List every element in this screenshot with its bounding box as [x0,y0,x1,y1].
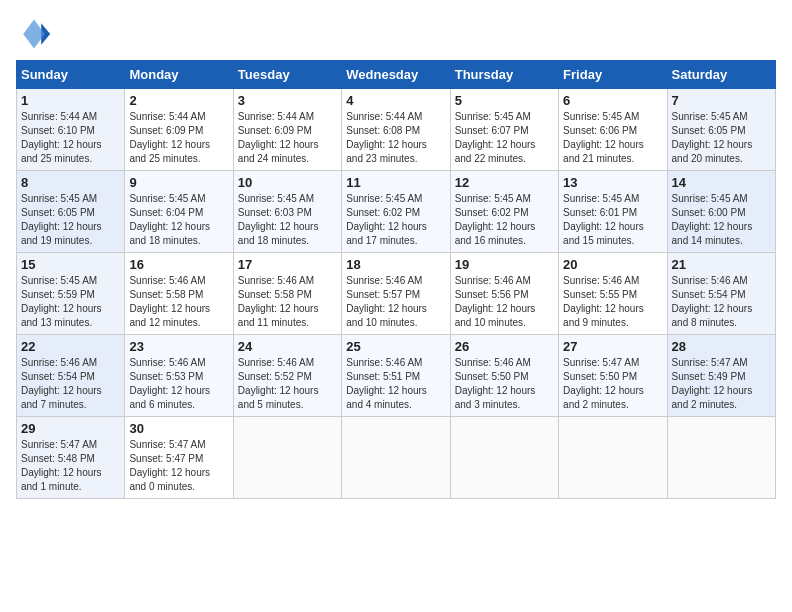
header-tuesday: Tuesday [233,61,341,89]
day-number: 23 [129,339,228,354]
day-number: 14 [672,175,771,190]
day-number: 12 [455,175,554,190]
logo [16,16,56,52]
calendar-cell: 26Sunrise: 5:46 AM Sunset: 5:50 PM Dayli… [450,335,558,417]
calendar-cell: 6Sunrise: 5:45 AM Sunset: 6:06 PM Daylig… [559,89,667,171]
calendar-cell: 27Sunrise: 5:47 AM Sunset: 5:50 PM Dayli… [559,335,667,417]
calendar-table: SundayMondayTuesdayWednesdayThursdayFrid… [16,60,776,499]
day-number: 2 [129,93,228,108]
day-number: 22 [21,339,120,354]
day-number: 15 [21,257,120,272]
calendar-cell: 15Sunrise: 5:45 AM Sunset: 5:59 PM Dayli… [17,253,125,335]
calendar-cell: 7Sunrise: 5:45 AM Sunset: 6:05 PM Daylig… [667,89,775,171]
week-row-1: 1Sunrise: 5:44 AM Sunset: 6:10 PM Daylig… [17,89,776,171]
day-number: 9 [129,175,228,190]
day-number: 26 [455,339,554,354]
calendar-cell: 19Sunrise: 5:46 AM Sunset: 5:56 PM Dayli… [450,253,558,335]
day-number: 21 [672,257,771,272]
calendar-cell: 25Sunrise: 5:46 AM Sunset: 5:51 PM Dayli… [342,335,450,417]
day-detail: Sunrise: 5:47 AM Sunset: 5:48 PM Dayligh… [21,438,120,494]
day-number: 19 [455,257,554,272]
calendar-cell: 4Sunrise: 5:44 AM Sunset: 6:08 PM Daylig… [342,89,450,171]
week-row-4: 22Sunrise: 5:46 AM Sunset: 5:54 PM Dayli… [17,335,776,417]
day-number: 3 [238,93,337,108]
day-number: 29 [21,421,120,436]
week-row-2: 8Sunrise: 5:45 AM Sunset: 6:05 PM Daylig… [17,171,776,253]
day-detail: Sunrise: 5:44 AM Sunset: 6:09 PM Dayligh… [238,110,337,166]
calendar-cell: 22Sunrise: 5:46 AM Sunset: 5:54 PM Dayli… [17,335,125,417]
day-number: 13 [563,175,662,190]
day-number: 4 [346,93,445,108]
day-detail: Sunrise: 5:46 AM Sunset: 5:51 PM Dayligh… [346,356,445,412]
header-row: SundayMondayTuesdayWednesdayThursdayFrid… [17,61,776,89]
day-number: 7 [672,93,771,108]
header-thursday: Thursday [450,61,558,89]
calendar-cell: 29Sunrise: 5:47 AM Sunset: 5:48 PM Dayli… [17,417,125,499]
calendar-cell: 3Sunrise: 5:44 AM Sunset: 6:09 PM Daylig… [233,89,341,171]
calendar-cell [233,417,341,499]
calendar-body: 1Sunrise: 5:44 AM Sunset: 6:10 PM Daylig… [17,89,776,499]
calendar-cell: 12Sunrise: 5:45 AM Sunset: 6:02 PM Dayli… [450,171,558,253]
day-detail: Sunrise: 5:45 AM Sunset: 6:06 PM Dayligh… [563,110,662,166]
header-saturday: Saturday [667,61,775,89]
day-number: 8 [21,175,120,190]
calendar-cell: 24Sunrise: 5:46 AM Sunset: 5:52 PM Dayli… [233,335,341,417]
logo-icon [16,16,52,52]
calendar-cell: 16Sunrise: 5:46 AM Sunset: 5:58 PM Dayli… [125,253,233,335]
day-detail: Sunrise: 5:44 AM Sunset: 6:10 PM Dayligh… [21,110,120,166]
day-number: 11 [346,175,445,190]
calendar-cell: 8Sunrise: 5:45 AM Sunset: 6:05 PM Daylig… [17,171,125,253]
calendar-cell [450,417,558,499]
day-number: 17 [238,257,337,272]
day-detail: Sunrise: 5:44 AM Sunset: 6:08 PM Dayligh… [346,110,445,166]
calendar-cell: 5Sunrise: 5:45 AM Sunset: 6:07 PM Daylig… [450,89,558,171]
calendar-cell: 13Sunrise: 5:45 AM Sunset: 6:01 PM Dayli… [559,171,667,253]
day-detail: Sunrise: 5:45 AM Sunset: 6:02 PM Dayligh… [346,192,445,248]
day-number: 5 [455,93,554,108]
day-number: 27 [563,339,662,354]
day-detail: Sunrise: 5:45 AM Sunset: 6:02 PM Dayligh… [455,192,554,248]
day-detail: Sunrise: 5:47 AM Sunset: 5:49 PM Dayligh… [672,356,771,412]
page-header [16,16,776,52]
calendar-cell [667,417,775,499]
calendar-cell: 2Sunrise: 5:44 AM Sunset: 6:09 PM Daylig… [125,89,233,171]
calendar-cell: 11Sunrise: 5:45 AM Sunset: 6:02 PM Dayli… [342,171,450,253]
week-row-5: 29Sunrise: 5:47 AM Sunset: 5:48 PM Dayli… [17,417,776,499]
calendar-cell: 23Sunrise: 5:46 AM Sunset: 5:53 PM Dayli… [125,335,233,417]
day-detail: Sunrise: 5:46 AM Sunset: 5:58 PM Dayligh… [129,274,228,330]
calendar-cell: 20Sunrise: 5:46 AM Sunset: 5:55 PM Dayli… [559,253,667,335]
day-detail: Sunrise: 5:46 AM Sunset: 5:50 PM Dayligh… [455,356,554,412]
day-number: 20 [563,257,662,272]
day-number: 28 [672,339,771,354]
day-detail: Sunrise: 5:44 AM Sunset: 6:09 PM Dayligh… [129,110,228,166]
day-number: 16 [129,257,228,272]
calendar-cell: 18Sunrise: 5:46 AM Sunset: 5:57 PM Dayli… [342,253,450,335]
header-monday: Monday [125,61,233,89]
day-detail: Sunrise: 5:46 AM Sunset: 5:53 PM Dayligh… [129,356,228,412]
calendar-cell: 17Sunrise: 5:46 AM Sunset: 5:58 PM Dayli… [233,253,341,335]
day-detail: Sunrise: 5:46 AM Sunset: 5:56 PM Dayligh… [455,274,554,330]
calendar-cell [559,417,667,499]
day-detail: Sunrise: 5:46 AM Sunset: 5:55 PM Dayligh… [563,274,662,330]
day-detail: Sunrise: 5:45 AM Sunset: 6:04 PM Dayligh… [129,192,228,248]
calendar-cell: 14Sunrise: 5:45 AM Sunset: 6:00 PM Dayli… [667,171,775,253]
day-detail: Sunrise: 5:47 AM Sunset: 5:50 PM Dayligh… [563,356,662,412]
day-detail: Sunrise: 5:46 AM Sunset: 5:54 PM Dayligh… [672,274,771,330]
calendar-header: SundayMondayTuesdayWednesdayThursdayFrid… [17,61,776,89]
day-detail: Sunrise: 5:45 AM Sunset: 6:03 PM Dayligh… [238,192,337,248]
day-detail: Sunrise: 5:46 AM Sunset: 5:54 PM Dayligh… [21,356,120,412]
calendar-cell: 9Sunrise: 5:45 AM Sunset: 6:04 PM Daylig… [125,171,233,253]
header-friday: Friday [559,61,667,89]
day-number: 10 [238,175,337,190]
header-sunday: Sunday [17,61,125,89]
day-number: 30 [129,421,228,436]
calendar-cell: 1Sunrise: 5:44 AM Sunset: 6:10 PM Daylig… [17,89,125,171]
week-row-3: 15Sunrise: 5:45 AM Sunset: 5:59 PM Dayli… [17,253,776,335]
day-detail: Sunrise: 5:47 AM Sunset: 5:47 PM Dayligh… [129,438,228,494]
calendar-cell [342,417,450,499]
day-detail: Sunrise: 5:45 AM Sunset: 6:07 PM Dayligh… [455,110,554,166]
calendar-cell: 10Sunrise: 5:45 AM Sunset: 6:03 PM Dayli… [233,171,341,253]
day-detail: Sunrise: 5:45 AM Sunset: 6:05 PM Dayligh… [672,110,771,166]
header-wednesday: Wednesday [342,61,450,89]
calendar-cell: 21Sunrise: 5:46 AM Sunset: 5:54 PM Dayli… [667,253,775,335]
